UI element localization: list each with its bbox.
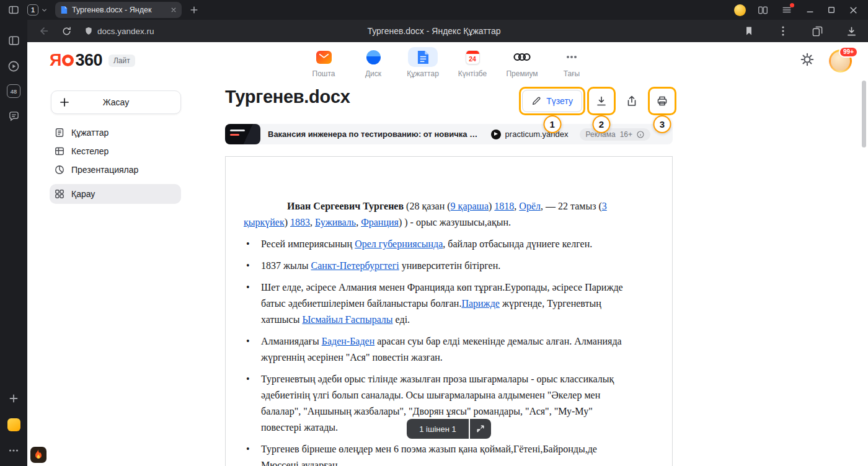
document-bullet-item: Шет елде, әсіресе Алмания менен Францияд… — [244, 279, 634, 328]
tab-close-icon[interactable] — [170, 7, 177, 13]
page-content: Я 360 Лайт Пошта Диск — [27, 42, 868, 466]
callout-3: 3 — [653, 115, 671, 133]
edit-button[interactable]: Түзету — [522, 90, 582, 112]
more-vertical-icon[interactable] — [775, 23, 791, 39]
document-text: 1837 жылы — [261, 260, 311, 271]
promo-flame-icon[interactable] — [30, 447, 46, 465]
document-text: еді. — [393, 314, 410, 325]
document-text: , — 22 тамыз ( — [541, 201, 602, 211]
messenger-icon[interactable] — [6, 108, 22, 124]
video-icon[interactable] — [6, 58, 22, 74]
document-link[interactable]: Буживаль — [315, 217, 356, 227]
tab-counter-button[interactable]: 1 — [27, 4, 48, 15]
pencil-icon — [531, 96, 541, 106]
sidebar-item-documents[interactable]: Құжаттар — [50, 123, 181, 142]
download-icon[interactable] — [843, 23, 859, 39]
close-window-button[interactable] — [847, 4, 859, 16]
yellow-app-tile — [7, 418, 20, 431]
document-bullet-item: Ресей империясының Орел губерниясында, б… — [244, 236, 634, 252]
table-icon — [55, 146, 64, 156]
fullscreen-button[interactable] — [470, 419, 491, 439]
document-link[interactable]: Санкт-Петербургтегі — [311, 260, 399, 271]
document-link[interactable]: Баден-Баден — [322, 336, 375, 346]
user-avatar[interactable]: 99+ — [829, 50, 852, 73]
share-button-area — [618, 87, 646, 115]
document-text: ) ) - орыс жазушысы,ақын. — [399, 217, 511, 227]
share-button[interactable] — [621, 90, 643, 112]
documents-icon — [417, 50, 429, 64]
print-icon — [657, 95, 668, 107]
document-link[interactable]: 1818 — [494, 201, 514, 211]
site-chip[interactable]: docs.yandex.ru — [84, 27, 154, 36]
ad-disclaimer[interactable]: Реклама 16+ — [580, 128, 651, 141]
sidebar-item-tables[interactable]: Кестелер — [50, 142, 181, 160]
split-view-icon[interactable] — [755, 2, 770, 17]
document-text: Алманиядағы — [261, 336, 322, 346]
document-text: , — [356, 217, 361, 227]
services-badge-icon[interactable]: 48 — [7, 84, 20, 98]
document-icon — [55, 128, 64, 138]
sidebar-item-presentations[interactable]: Презентациялар — [50, 160, 181, 179]
document-bullet-item: 1837 жылы Санкт-Петербургтегі университе… — [244, 258, 634, 274]
create-button[interactable]: Жасау — [51, 90, 181, 114]
document-favicon — [60, 6, 68, 14]
disk-icon — [366, 50, 381, 64]
sidebar-item-view[interactable]: Қарау — [50, 184, 181, 204]
yandex-app-icon[interactable] — [6, 416, 22, 433]
notification-count-badge: 99+ — [839, 46, 858, 58]
minimize-button[interactable] — [804, 4, 816, 16]
settings-gear-icon[interactable] — [800, 53, 814, 69]
yandex360-header: Я 360 Лайт Пошта Диск — [27, 42, 868, 79]
browser-menu-icon[interactable] — [779, 2, 794, 17]
bookmark-icon[interactable] — [741, 23, 757, 39]
browser-tab[interactable]: Тургенев.docx - Яндек — [55, 2, 182, 18]
document-link[interactable]: Франция — [361, 217, 399, 227]
new-tab-button[interactable] — [187, 2, 202, 17]
calendar-date-badge: 24 — [466, 55, 479, 63]
document-actions: Түзету 1 2 — [519, 87, 676, 115]
more-horizontal-icon[interactable] — [6, 442, 22, 459]
print-highlight-box: 3 — [648, 87, 676, 115]
document-link[interactable]: Ысмайыл Ғаспыралы — [302, 314, 392, 325]
ad-thumbnail — [225, 124, 260, 144]
panels-icon[interactable] — [6, 32, 22, 48]
presentation-icon — [55, 165, 64, 175]
document-text: Иван Сергеевич Тургенев — [287, 201, 404, 211]
browser-window: 1 Тургенев.docx - Яндек — [0, 0, 868, 466]
calendar-icon: 24 — [466, 50, 480, 64]
nav-item-calendar[interactable]: 24 Күнтізбе — [452, 47, 493, 78]
scrollbar-thumb[interactable] — [862, 81, 866, 147]
document-link[interactable]: 9 қараша — [451, 201, 489, 211]
document-link[interactable]: Парижде — [461, 298, 500, 309]
nav-item-premium[interactable]: Премиум — [502, 47, 542, 78]
add-panel-icon[interactable] — [6, 390, 22, 407]
browser-profile-avatar[interactable] — [734, 4, 746, 16]
nav-item-mail[interactable]: Пошта — [303, 47, 344, 78]
browser-tab-bar: 1 Тургенев.docx - Яндек — [0, 0, 868, 20]
download-document-button[interactable] — [590, 90, 613, 112]
document-link[interactable]: Орел губерниясында — [355, 239, 443, 249]
nav-item-documents[interactable]: Құжаттар — [402, 47, 443, 78]
document-link[interactable]: 1883 — [290, 217, 310, 227]
ad-title: Вакансия инженера по тестированию: от но… — [268, 130, 482, 139]
maximize-button[interactable] — [825, 4, 838, 16]
nav-item-more[interactable]: Тағы — [551, 47, 592, 78]
refresh-icon[interactable] — [58, 23, 74, 39]
download-icon — [596, 95, 607, 107]
browser-sidebar: 48 — [0, 20, 27, 466]
document-link[interactable]: Орёл — [519, 201, 541, 211]
url-text[interactable]: docs.yandex.ru — [97, 27, 154, 36]
collections-icon[interactable] — [809, 23, 825, 39]
edit-button-label: Түзету — [546, 96, 573, 106]
sidebar-toggle-icon[interactable] — [6, 2, 21, 17]
back-icon[interactable] — [36, 23, 52, 39]
document-text: Тургенев бірнеше өлеңдер мен 6 поэма жаз… — [261, 444, 597, 466]
view-grid-icon — [55, 189, 64, 199]
nav-item-disk[interactable]: Диск — [353, 47, 394, 78]
download-highlight-box: 2 — [587, 87, 616, 115]
document-paragraph: Иван Сергеевич Тургенев (28 қазан (9 қар… — [244, 198, 634, 231]
share-icon — [626, 95, 637, 107]
print-button[interactable] — [651, 90, 673, 112]
document-bullet-item: Тургенев бірнеше өлеңдер мен 6 поэма жаз… — [244, 441, 634, 466]
document-text: (28 қазан ( — [404, 201, 451, 211]
